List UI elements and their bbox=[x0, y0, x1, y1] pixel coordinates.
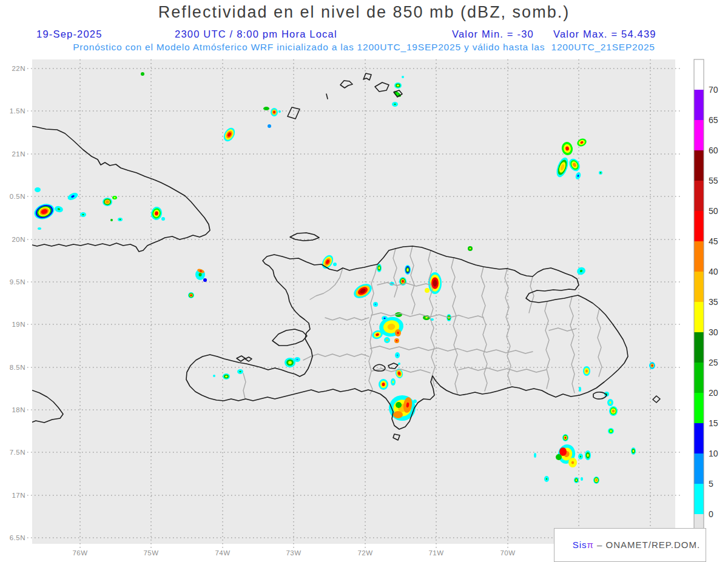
watermark-box: Sisπ – ONAMET/REP.DOM. bbox=[554, 528, 706, 562]
storm-cell bbox=[607, 399, 613, 406]
colorbar-segment bbox=[694, 181, 704, 211]
storm-cell-layer bbox=[393, 381, 394, 383]
storm-cell bbox=[609, 406, 618, 416]
storm-cell bbox=[556, 454, 562, 460]
colorbar-tick-label: 10 bbox=[709, 449, 718, 458]
colorbar-tick-label: 0 bbox=[709, 509, 713, 519]
storm-cell bbox=[574, 477, 579, 483]
colorbar-segment bbox=[694, 423, 704, 453]
storm-cell-layer bbox=[413, 400, 417, 403]
storm-cell bbox=[581, 477, 583, 481]
colorbar-tick-label: 65 bbox=[709, 115, 718, 125]
storm-cell bbox=[599, 171, 602, 175]
storm-cell bbox=[413, 400, 417, 403]
storm-cell bbox=[534, 453, 536, 458]
storm-cell bbox=[203, 278, 207, 282]
storm-cell-layer bbox=[402, 76, 404, 78]
storm-cell bbox=[425, 288, 430, 293]
lon-tick-label: 75W bbox=[143, 549, 158, 557]
storm-cell bbox=[35, 187, 41, 192]
storm-cell-layer bbox=[239, 371, 241, 373]
storm-cell bbox=[593, 477, 599, 484]
storm-cell bbox=[271, 108, 278, 116]
colorbar-segment bbox=[694, 363, 704, 393]
storm-cell-layer bbox=[470, 248, 471, 250]
lat-tick-label: 19N bbox=[12, 321, 25, 328]
lon-tick-label: 72W bbox=[357, 549, 372, 557]
storm-cell-layer bbox=[273, 111, 275, 113]
storm-cell bbox=[263, 107, 269, 110]
lat-tick-label: 20N bbox=[12, 236, 25, 243]
colorbar-tick-label: 30 bbox=[709, 327, 718, 337]
colorbar-segment bbox=[694, 453, 704, 484]
storm-cell-layer bbox=[114, 197, 116, 198]
colorbar-tick-label: 70 bbox=[709, 85, 718, 95]
storm-cell bbox=[103, 198, 112, 206]
colorbar-tick-label: 55 bbox=[709, 176, 718, 186]
storm-cell-layer bbox=[534, 453, 536, 458]
colorbar-segment bbox=[694, 302, 704, 332]
storm-cell bbox=[379, 379, 388, 390]
colorbar-tick-label: 15 bbox=[709, 418, 718, 428]
colorbar-tick-label: 20 bbox=[709, 388, 718, 398]
colorbar-segment bbox=[694, 241, 704, 272]
colorbar-segment bbox=[694, 332, 704, 363]
storm-cell bbox=[333, 263, 337, 266]
storm-cell bbox=[161, 217, 165, 221]
storm-cell-layer bbox=[610, 430, 612, 432]
storm-cell-layer bbox=[396, 402, 402, 408]
lat-tick-label: 22N bbox=[12, 65, 25, 72]
storm-cell bbox=[118, 218, 123, 221]
storm-cell bbox=[398, 363, 400, 365]
colorbar-segment bbox=[694, 211, 704, 241]
storm-cell bbox=[237, 369, 243, 374]
storm-cell-layer bbox=[595, 479, 597, 481]
storm-cell-layer bbox=[213, 375, 215, 377]
storm-cell bbox=[568, 458, 577, 467]
colorbar-tick-label: 50 bbox=[709, 206, 718, 216]
colorbar-tick-label: 35 bbox=[709, 297, 718, 307]
storm-cell bbox=[141, 72, 144, 76]
watermark-onamet: – ONAMET/REP.DOM. bbox=[594, 540, 700, 550]
colorbar-tick-label: 40 bbox=[709, 267, 718, 276]
storm-cell bbox=[392, 102, 398, 107]
storm-cell bbox=[382, 316, 388, 321]
storm-cell bbox=[396, 402, 402, 408]
storm-cell-layer bbox=[576, 479, 578, 481]
storm-cell bbox=[468, 246, 473, 251]
lat-tick-label: 7.5N bbox=[10, 449, 25, 456]
radar-map-page: Reflectividad en el nivel de 850 mb (dBZ… bbox=[0, 0, 728, 562]
storm-cell-layer bbox=[397, 354, 399, 356]
storm-cell bbox=[294, 357, 300, 362]
lon-tick-label: 76W bbox=[72, 549, 87, 557]
storm-cell bbox=[583, 366, 590, 376]
storm-cell bbox=[188, 292, 194, 298]
storm-cell-layer bbox=[190, 294, 192, 296]
storm-cell-layer bbox=[633, 450, 635, 452]
storm-cell bbox=[391, 378, 396, 386]
storm-cell-layer bbox=[288, 361, 292, 364]
storm-cell-layer bbox=[556, 454, 562, 460]
colorbar: 7065605550454035302520151050 bbox=[694, 59, 718, 544]
map-canvas: 22N1.5N21N0.5N20N9.5N19N8.5N18N7.5N17N6.… bbox=[0, 0, 728, 562]
colorbar-segment bbox=[694, 484, 704, 514]
storm-cell-layer bbox=[612, 409, 615, 412]
storm-cell bbox=[223, 373, 230, 380]
storm-cell-layer bbox=[379, 267, 380, 269]
storm-cell bbox=[112, 196, 117, 199]
storm-cell-layer bbox=[375, 304, 377, 306]
storm-cell-layer bbox=[425, 317, 428, 319]
storm-cell-layer bbox=[585, 369, 588, 372]
storm-cell-layer bbox=[82, 214, 84, 216]
storm-cell-layer bbox=[651, 364, 653, 367]
storm-cell-layer bbox=[386, 339, 388, 341]
storm-cell bbox=[38, 227, 41, 230]
colorbar-segment bbox=[694, 272, 704, 302]
storm-cell bbox=[278, 110, 281, 113]
lat-tick-label: 18N bbox=[12, 406, 25, 413]
storm-cell bbox=[649, 362, 655, 369]
storm-cell-layer bbox=[580, 455, 582, 457]
watermark-sis: Sis bbox=[573, 540, 587, 550]
storm-cell bbox=[395, 352, 400, 358]
lon-tick-label: 71W bbox=[428, 549, 443, 557]
